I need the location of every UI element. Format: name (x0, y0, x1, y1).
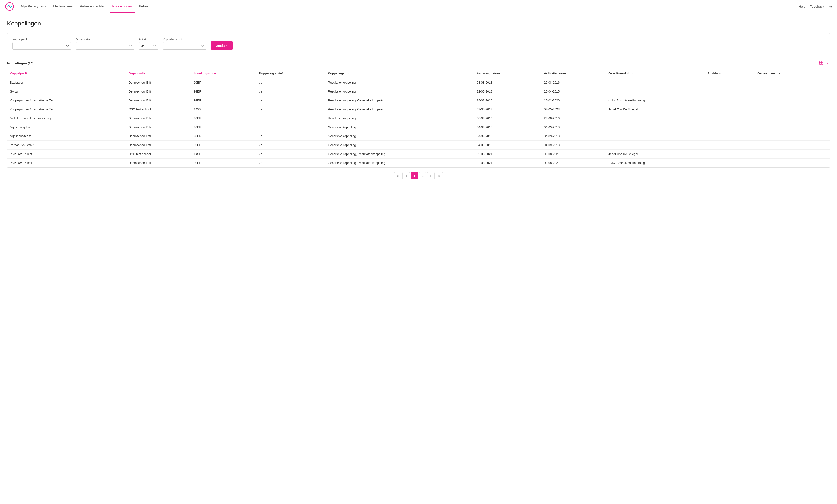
table-cell: Ja (256, 158, 325, 168)
table-cell (705, 87, 755, 96)
col-koppelpartij[interactable]: Koppelpartij ↓ (7, 69, 126, 78)
table-cell: PKP UWLR Test (7, 158, 126, 168)
table-cell: Generieke koppeling, Resultatenkoppeling (325, 158, 474, 168)
col-instellingscode[interactable]: Instellingscode (191, 69, 256, 78)
table-cell (705, 141, 755, 150)
pagination-page-2[interactable]: 2 (419, 172, 426, 180)
table-cell (606, 141, 705, 150)
table-cell: 99EF (191, 123, 256, 132)
col-gedeactiveerd-door: Gedeactiveerd d... (755, 69, 830, 78)
table-cell: 99EF (191, 87, 256, 96)
table-cell (705, 123, 755, 132)
feedback-link[interactable]: Feedback (810, 4, 824, 8)
pagination-prev[interactable]: ‹ (403, 172, 410, 180)
table-cell (755, 105, 830, 114)
koppelpartij-select[interactable] (13, 42, 71, 50)
actief-select[interactable]: Ja Nee (139, 42, 158, 50)
table-cell: Resultatenkoppeling (325, 78, 474, 87)
results-count: Koppelingen (15) (7, 61, 34, 65)
table-cell (755, 132, 830, 141)
logout-icon[interactable]: ⇥ (829, 4, 832, 9)
table-cell: 02-08-2021 (541, 158, 606, 168)
table-cell: Demoschool Effi (126, 123, 191, 132)
pagination-last[interactable]: » (435, 172, 443, 180)
table-row: PKP UWLR TestDemoschool Effi99EFJaGeneri… (7, 158, 830, 168)
koppelpartij-label: Koppelpartij (13, 38, 71, 41)
table-cell (755, 114, 830, 123)
table-cell (606, 114, 705, 123)
svg-rect-4 (819, 63, 821, 64)
pagination-next[interactable]: › (427, 172, 434, 180)
nav-koppelingen[interactable]: Koppelingen (110, 0, 135, 13)
filter-koppelingsoort-group: Koppelingsoort (163, 38, 207, 50)
table-cell: 99EF (191, 141, 256, 150)
export-button[interactable] (825, 60, 830, 66)
table-cell (755, 87, 830, 96)
table-cell: 08-08-2013 (474, 78, 541, 87)
table-cell: 99EF (191, 96, 256, 105)
table-cell: Ja (256, 87, 325, 96)
table-cell: Ja (256, 96, 325, 105)
table-cell: Generieke koppeling, Resultatenkoppeling (325, 150, 474, 158)
table-cell: 02-08-2021 (541, 150, 606, 158)
table-cell: 03-05-2023 (541, 105, 606, 114)
table-row: PKP UWLR TestOSO test school14SSJaGeneri… (7, 150, 830, 158)
table-cell (705, 105, 755, 114)
table-cell: 22-05-2013 (474, 87, 541, 96)
svg-point-1 (9, 6, 11, 7)
table-row: ParnasSys | WMKDemoschool Effi99EFJaGene… (7, 141, 830, 150)
table-cell: Ja (256, 141, 325, 150)
table-header-row: Koppelpartij ↓ Organisatie Instellingsco… (7, 69, 830, 78)
table-cell (606, 123, 705, 132)
search-button[interactable]: Zoeken (211, 41, 233, 50)
app-logo (5, 2, 14, 11)
table-cell: - Mw. Boshuizen-Hamming (606, 158, 705, 168)
table-cell: 99EF (191, 114, 256, 123)
grid-view-button[interactable] (819, 60, 823, 66)
table-cell (705, 158, 755, 168)
koppelingsoort-select[interactable] (163, 42, 207, 50)
table-cell: 04-09-2018 (541, 132, 606, 141)
table-cell: - Mw. Boshuizen-Hamming (606, 96, 705, 105)
pagination-first[interactable]: « (394, 172, 402, 180)
nav-mijn-privacybasis[interactable]: Mijn Privacybasis (18, 0, 49, 13)
table-row: Koppelpartner Automatische TestOSO test … (7, 105, 830, 114)
navbar: Mijn Privacybasis Medewerkers Rollen en … (0, 0, 837, 13)
pagination-page-1[interactable]: 1 (411, 172, 418, 180)
results-actions (819, 60, 830, 66)
help-link[interactable]: Help (799, 4, 805, 8)
organisatie-label: Organisatie (76, 38, 135, 41)
col-organisatie[interactable]: Organisatie (126, 69, 191, 78)
table-cell (755, 96, 830, 105)
table-cell: Koppelpartner Automatische Test (7, 105, 126, 114)
page-title: Koppelingen (7, 20, 830, 27)
table-cell (705, 96, 755, 105)
table-cell: OSO test school (126, 105, 191, 114)
filter-organisatie-group: Organisatie (76, 38, 135, 50)
organisatie-select[interactable] (76, 42, 135, 50)
table-cell (755, 150, 830, 158)
table-cell: Janet Cbs De Spiegel (606, 150, 705, 158)
table-cell: Demoschool Effi (126, 158, 191, 168)
table-cell: 14SS (191, 105, 256, 114)
table-cell: Mijnschoolteam (7, 132, 126, 141)
table-cell (606, 87, 705, 96)
results-header: Koppelingen (15) (7, 60, 830, 66)
table-cell (755, 123, 830, 132)
nav-rollen-en-rechten[interactable]: Rollen en rechten (77, 0, 108, 13)
table-cell: 14SS (191, 150, 256, 158)
svg-rect-2 (819, 61, 821, 62)
filter-bar: Koppelpartij Organisatie Actief Ja Nee K… (7, 33, 830, 54)
nav-beheer[interactable]: Beheer (137, 0, 152, 13)
table-cell: Resultatenkoppeling, Generieke koppeling (325, 105, 474, 114)
nav-medewerkers[interactable]: Medewerkers (51, 0, 75, 13)
table-cell: Mijnschoolplan (7, 123, 126, 132)
table-cell: 03-05-2023 (474, 105, 541, 114)
table-cell: 99EF (191, 158, 256, 168)
table-cell: 18-02-2020 (474, 96, 541, 105)
table-cell (705, 114, 755, 123)
table-cell: 99EF (191, 78, 256, 87)
table-cell: 29-08-2016 (541, 114, 606, 123)
table-cell: Generieke koppeling (325, 123, 474, 132)
page-content: Koppelingen Koppelpartij Organisatie Act… (0, 13, 837, 504)
